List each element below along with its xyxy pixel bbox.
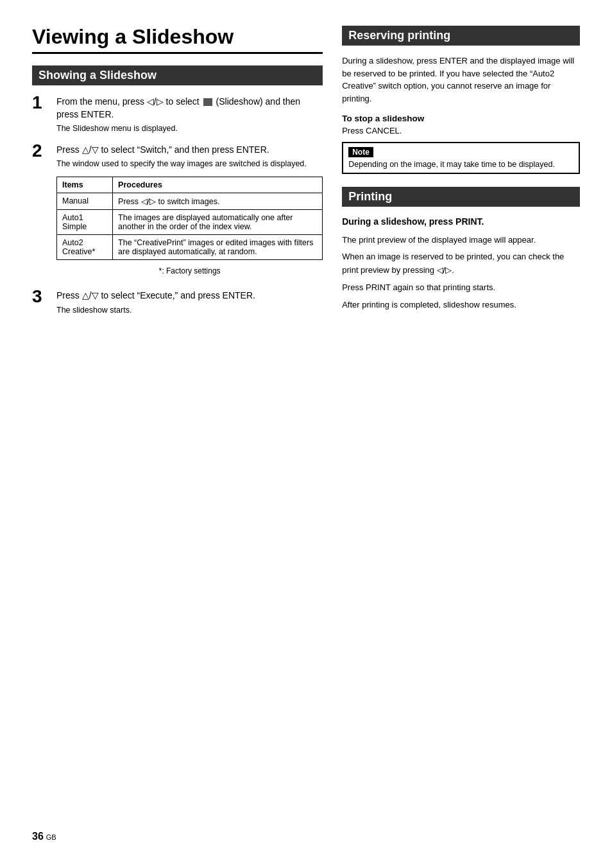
- section-heading-reserving: Reserving printing: [342, 26, 580, 46]
- stop-slideshow-title: To stop a slideshow: [342, 114, 580, 123]
- note-body: Depending on the image, it may take time…: [348, 160, 574, 169]
- step-2-sub: The window used to specify the way image…: [56, 159, 323, 170]
- section-heading-showing: Showing a Slideshow: [32, 65, 323, 85]
- table-header-procedures: Procedures: [113, 177, 323, 193]
- factory-note: *: Factory settings: [56, 266, 323, 275]
- table-cell-proc-1: The images are displayed automatically o…: [113, 209, 323, 234]
- printing-line-0: The print preview of the displayed image…: [342, 234, 580, 247]
- page-locale: GB: [46, 833, 56, 841]
- printing-line-1: When an image is reserved to be printed,…: [342, 250, 580, 277]
- table-cell-proc-0: Press ◁/▷ to switch images.: [113, 193, 323, 209]
- step-3: 3 Press △/▽ to select “Execute,” and pre…: [32, 290, 323, 316]
- step-2-number: 2: [32, 142, 56, 160]
- section-heading-printing: Printing: [342, 187, 580, 207]
- stop-slideshow-body: Press CANCEL.: [342, 126, 580, 135]
- table-row: Manual Press ◁/▷ to switch images.: [57, 193, 323, 209]
- step-3-main: Press △/▽ to select “Execute,” and press…: [56, 290, 323, 302]
- page-footer: 36 GB: [32, 831, 580, 842]
- step-1-number: 1: [32, 94, 56, 112]
- step-1-sub: The Slideshow menu is displayed.: [56, 123, 323, 135]
- printing-line-2: Press PRINT again so that printing start…: [342, 281, 580, 295]
- page-number: 36: [32, 831, 44, 842]
- step-1-content: From the menu, press ◁/▷ to select (Slid…: [56, 96, 323, 135]
- note-label-text: Note: [348, 147, 373, 157]
- slideshow-icon: [203, 98, 212, 106]
- table-row: Auto2 Creative* The “CreativePrint” imag…: [57, 234, 323, 259]
- step-2: 2 Press △/▽ to select “Switch,” and then…: [32, 144, 323, 281]
- switch-table: Items Procedures Manual Press ◁/▷ to swi…: [56, 177, 323, 260]
- step-1: 1 From the menu, press ◁/▷ to select (Sl…: [32, 96, 323, 135]
- step-3-number: 3: [32, 288, 56, 306]
- step-2-content: Press △/▽ to select “Switch,” and then p…: [56, 144, 323, 281]
- printing-body: The print preview of the displayed image…: [342, 234, 580, 312]
- right-column: Reserving printing During a slideshow, p…: [342, 26, 580, 812]
- table-row: Auto1 Simple The images are displayed au…: [57, 209, 323, 234]
- printing-line-3: After printing is completed, slideshow r…: [342, 299, 580, 312]
- step-2-main: Press △/▽ to select “Switch,” and then p…: [56, 144, 323, 157]
- table-cell-item-2: Auto2 Creative*: [57, 234, 113, 259]
- printing-bold: During a slideshow, press PRINT.: [342, 216, 580, 229]
- table-cell-proc-2: The “CreativePrint” images or edited ima…: [113, 234, 323, 259]
- two-column-layout: Viewing a Slideshow Showing a Slideshow …: [32, 26, 580, 812]
- reserving-body: During a slideshow, press ENTER and the …: [342, 55, 580, 105]
- step-1-main: From the menu, press ◁/▷ to select (Slid…: [56, 96, 323, 121]
- note-box: Note Depending on the image, it may take…: [342, 142, 580, 174]
- table-cell-item-0: Manual: [57, 193, 113, 209]
- table-cell-item-1: Auto1 Simple: [57, 209, 113, 234]
- table-header-items: Items: [57, 177, 113, 193]
- page: Viewing a Slideshow Showing a Slideshow …: [0, 0, 612, 868]
- note-label: Note: [348, 147, 574, 157]
- step-3-content: Press △/▽ to select “Execute,” and press…: [56, 290, 323, 316]
- left-column: Viewing a Slideshow Showing a Slideshow …: [32, 26, 323, 812]
- step-3-sub: The slideshow starts.: [56, 305, 323, 317]
- main-title: Viewing a Slideshow: [32, 26, 323, 54]
